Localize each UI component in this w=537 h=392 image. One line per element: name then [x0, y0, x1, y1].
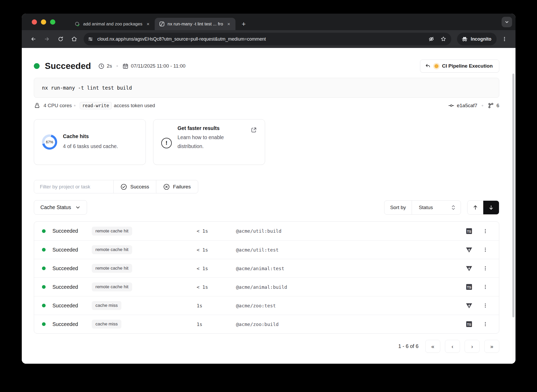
- row-menu-kebab-icon[interactable]: [480, 266, 491, 271]
- cache-status-dropdown[interactable]: Cache Status: [34, 200, 87, 215]
- home-button[interactable]: [68, 33, 80, 45]
- vitest-icon: [465, 302, 473, 309]
- row-task-name[interactable]: @acme/animal:test: [236, 266, 459, 271]
- table-row[interactable]: Succeeded cache miss 1s @acme/zoo:build …: [34, 315, 499, 333]
- url-text[interactable]: cloud.nx.app/runs/agsvEHsQc8?utm_source=…: [97, 36, 426, 42]
- table-row[interactable]: Succeeded remote cache hit < 1s @acme/ut…: [34, 222, 499, 240]
- bookmark-star-icon[interactable]: [438, 34, 449, 44]
- row-menu-kebab-icon[interactable]: [480, 284, 491, 290]
- nx-cloud-favicon-icon: [159, 21, 164, 26]
- row-status-label: Succeeded: [52, 228, 92, 234]
- sort-direction-group: [467, 200, 499, 215]
- external-link-icon[interactable]: [251, 127, 257, 133]
- row-duration: < 1s: [197, 247, 236, 253]
- table-row[interactable]: Succeeded remote cache hit < 1s @acme/an…: [34, 259, 499, 277]
- sort-group: Sort by Status: [384, 200, 461, 215]
- run-command: nx run-many -t lint test build: [42, 85, 132, 91]
- eye-off-icon[interactable]: [426, 34, 437, 44]
- cache-status-label: Cache Status: [40, 204, 71, 210]
- distribution-card-title: Get faster results: [178, 125, 224, 131]
- forward-button[interactable]: [41, 33, 53, 45]
- back-button[interactable]: [28, 33, 39, 45]
- pagination: 1 - 6 of 6 « ‹ › »: [34, 340, 499, 353]
- cache-hits-card[interactable]: 67% Cache hits 4 of 6 tasks used cache.: [34, 119, 146, 165]
- prev-page-button[interactable]: ‹: [445, 340, 460, 353]
- tab-pull-request[interactable]: add animal and zoo packages ×: [70, 18, 155, 30]
- branch-run-count[interactable]: 6: [496, 103, 499, 108]
- ts-icon: TS: [466, 228, 472, 235]
- row-task-name[interactable]: @acme/zoo:test: [236, 303, 459, 308]
- commit-sha[interactable]: e1a5caf7: [457, 103, 477, 108]
- pagination-range: 1 - 6 of 6: [398, 343, 418, 349]
- svg-text:TS: TS: [467, 286, 471, 289]
- x-circle-icon: [163, 183, 170, 190]
- row-duration: 1s: [197, 322, 236, 327]
- info-icon: !: [161, 138, 172, 148]
- row-status-label: Succeeded: [52, 284, 92, 290]
- sort-ascending-button[interactable]: [468, 201, 483, 214]
- row-task-name[interactable]: @acme/zoo:build: [236, 322, 459, 327]
- ci-pipeline-execution-button[interactable]: CI Pipeline Execution: [420, 59, 499, 73]
- check-circle-icon: [120, 183, 127, 190]
- table-row[interactable]: Succeeded remote cache hit < 1s @acme/ut…: [34, 240, 499, 259]
- new-tab-button[interactable]: +: [239, 20, 248, 28]
- vitest-icon: [465, 246, 473, 253]
- row-duration: < 1s: [197, 284, 236, 290]
- svg-text:TS: TS: [467, 323, 471, 326]
- browser-window: add animal and zoo packages × nx run-man…: [22, 14, 515, 364]
- row-status-label: Succeeded: [52, 265, 92, 271]
- filter-failures-button[interactable]: Failures: [156, 180, 198, 193]
- failures-label: Failures: [173, 184, 191, 190]
- separator-dot: [116, 65, 118, 67]
- incognito-badge: Incognito: [457, 33, 497, 45]
- row-task-name[interactable]: @acme/util:test: [236, 247, 459, 253]
- page-scrollbar[interactable]: [512, 48, 514, 364]
- row-status-dot: [42, 322, 46, 326]
- site-settings-icon[interactable]: [86, 34, 95, 44]
- pipeline-status-dot: [434, 64, 438, 68]
- run-duration: 2s: [107, 63, 112, 69]
- cache-badge: remote cache hit: [92, 245, 132, 254]
- first-page-button[interactable]: «: [425, 340, 440, 353]
- tab-nx-run[interactable]: nx run-many -t lint test ... fro ×: [155, 18, 235, 30]
- zoom-window-button[interactable]: [50, 19, 55, 25]
- browser-menu-kebab-icon[interactable]: [499, 33, 510, 45]
- tab-close-icon[interactable]: ×: [146, 21, 151, 27]
- table-row[interactable]: Succeeded cache miss 1s @acme/zoo:test T…: [34, 296, 499, 315]
- linux-tux-icon: [34, 102, 40, 109]
- row-status-label: Succeeded: [52, 247, 92, 253]
- sort-descending-button[interactable]: [483, 201, 499, 214]
- close-window-button[interactable]: [32, 19, 37, 25]
- row-task-name[interactable]: @acme/util:build: [236, 228, 459, 234]
- tab-close-icon[interactable]: ×: [226, 21, 231, 27]
- access-token-chip: read-write: [80, 102, 112, 109]
- distribution-card[interactable]: ! Get faster results Learn how to enable…: [153, 119, 265, 165]
- filter-input[interactable]: [34, 180, 113, 193]
- pr-check-favicon-icon: [75, 21, 80, 27]
- scrollbar-thumb[interactable]: [512, 74, 514, 317]
- tab-search-chevron-button[interactable]: [502, 17, 512, 27]
- chevron-updown-icon: [451, 205, 455, 210]
- row-status-dot: [42, 266, 46, 270]
- row-menu-kebab-icon[interactable]: [480, 303, 491, 308]
- row-task-name[interactable]: @acme/animal:build: [236, 284, 459, 290]
- address-bar[interactable]: cloud.nx.app/runs/agsvEHsQc8?utm_source=…: [84, 33, 451, 45]
- row-status-dot: [42, 285, 46, 289]
- row-menu-kebab-icon[interactable]: [480, 247, 491, 252]
- undo-arrow-icon: [425, 63, 431, 69]
- next-page-button[interactable]: ›: [465, 340, 480, 353]
- reload-button[interactable]: [55, 33, 66, 45]
- minimize-window-button[interactable]: [41, 19, 46, 25]
- task-table-body: Succeeded remote cache hit < 1s @acme/ut…: [34, 221, 499, 334]
- row-menu-kebab-icon[interactable]: [480, 228, 491, 234]
- last-page-button[interactable]: »: [484, 340, 499, 353]
- incognito-icon: [461, 36, 468, 42]
- filter-success-button[interactable]: Success: [113, 180, 156, 193]
- sort-by-label: Sort by: [384, 201, 412, 214]
- list-toolbar: Cache Status Sort by Status: [34, 200, 499, 215]
- table-row[interactable]: Succeeded remote cache hit < 1s @acme/an…: [34, 277, 499, 296]
- row-menu-kebab-icon[interactable]: [480, 322, 491, 327]
- run-date-range: 07/11/2025 11:00 - 11:00: [131, 63, 185, 69]
- sort-select[interactable]: Status: [412, 201, 461, 214]
- browser-toolbar: cloud.nx.app/runs/agsvEHsQc8?utm_source=…: [22, 30, 515, 48]
